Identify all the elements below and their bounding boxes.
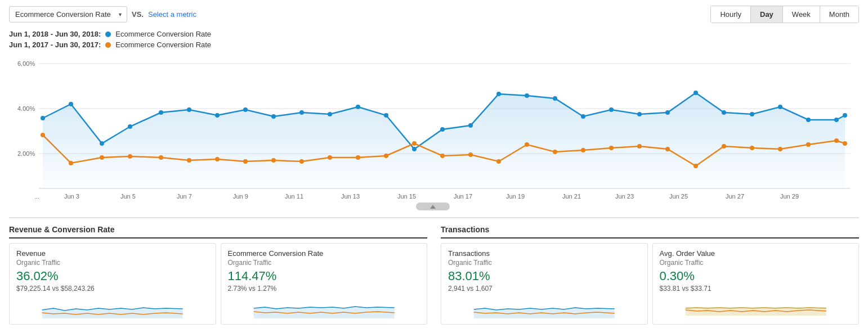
revenue-card-title: Revenue xyxy=(16,249,209,258)
svg-point-10 xyxy=(187,107,191,112)
revenue-card-value: 36.02% xyxy=(16,269,209,284)
transactions-cards-row: Transactions Organic Traffic 83.01% 2,94… xyxy=(441,243,859,325)
chart-area[interactable]: 6.00% 4.00% 2.00% xyxy=(9,53,859,213)
svg-point-45 xyxy=(328,155,332,160)
metric-dropdown-wrapper[interactable]: Ecommerce Conversion Rate xyxy=(9,6,127,22)
transactions-card-title: Transactions xyxy=(448,249,641,258)
svg-point-41 xyxy=(215,157,220,161)
svg-point-60 xyxy=(750,146,754,150)
svg-point-22 xyxy=(525,93,529,98)
month-button[interactable]: Month xyxy=(820,6,858,22)
hourly-button[interactable]: Hourly xyxy=(711,6,751,22)
svg-text:Jun 29: Jun 29 xyxy=(780,193,799,200)
svg-point-9 xyxy=(159,110,163,115)
y-label-max: 6.00% xyxy=(17,60,35,67)
svg-text:Jun 3: Jun 3 xyxy=(64,193,79,200)
svg-point-49 xyxy=(440,154,445,158)
svg-point-59 xyxy=(722,144,726,148)
day-button[interactable]: Day xyxy=(751,6,783,22)
revenue-card-comparison: $79,225.14 vs $58,243.26 xyxy=(16,285,209,292)
svg-point-21 xyxy=(496,92,501,96)
y-label-mid: 4.00% xyxy=(17,105,35,112)
svg-point-26 xyxy=(637,112,642,116)
svg-point-30 xyxy=(750,112,754,116)
svg-point-61 xyxy=(778,147,782,151)
svg-point-24 xyxy=(581,114,585,119)
select-metric-link[interactable]: Select a metric xyxy=(148,10,196,19)
bottom-section: Revenue & Conversion Rate Revenue Organi… xyxy=(9,217,859,325)
main-container: Ecommerce Conversion Rate VS. Select a m… xyxy=(0,0,868,333)
svg-point-33 xyxy=(834,118,839,122)
svg-point-17 xyxy=(384,113,388,118)
transactions-card-comparison: 2,941 vs 1,607 xyxy=(448,285,641,292)
svg-point-46 xyxy=(356,155,360,160)
svg-point-38 xyxy=(128,154,132,159)
svg-text:Jun 15: Jun 15 xyxy=(397,193,416,200)
svg-point-37 xyxy=(100,155,104,160)
svg-text:Jun 9: Jun 9 xyxy=(233,193,248,200)
svg-point-40 xyxy=(187,158,191,163)
legend-date-2017: Jun 1, 2017 - Jun 30, 2017: xyxy=(9,40,101,49)
svg-point-50 xyxy=(468,152,473,157)
svg-point-16 xyxy=(356,105,360,109)
metric-selector: Ecommerce Conversion Rate VS. Select a m… xyxy=(9,6,196,22)
revenue-group: Revenue & Conversion Rate Revenue Organi… xyxy=(9,225,427,325)
revenue-cards-row: Revenue Organic Traffic 36.02% $79,225.1… xyxy=(9,243,427,325)
svg-point-64 xyxy=(843,141,847,146)
svg-point-20 xyxy=(468,123,473,128)
avg-order-card-value: 0.30% xyxy=(660,269,852,284)
svg-point-8 xyxy=(128,124,132,129)
chart-legend: Jun 1, 2018 - Jun 30, 2018: Ecommerce Co… xyxy=(9,30,859,49)
conversion-rate-mini-chart xyxy=(228,296,420,318)
svg-point-34 xyxy=(843,113,847,118)
legend-date-2018: Jun 1, 2018 - Jun 30, 2018: xyxy=(9,30,101,38)
svg-point-63 xyxy=(834,138,839,143)
avg-order-card: Avg. Order Value Organic Traffic 0.30% $… xyxy=(652,243,860,325)
svg-point-12 xyxy=(243,107,248,112)
transactions-card: Transactions Organic Traffic 83.01% 2,94… xyxy=(441,243,648,325)
svg-point-32 xyxy=(806,118,811,122)
conversion-rate-card: Ecommerce Conversion Rate Organic Traffi… xyxy=(221,243,428,325)
transactions-mini-chart xyxy=(448,296,641,318)
conversion-rate-card-subtitle: Organic Traffic xyxy=(228,259,420,267)
svg-point-29 xyxy=(722,110,726,115)
header-row: Ecommerce Conversion Rate VS. Select a m… xyxy=(9,6,859,23)
svg-marker-4 xyxy=(43,93,845,188)
svg-point-39 xyxy=(159,155,163,160)
svg-point-55 xyxy=(609,146,614,150)
svg-point-43 xyxy=(271,158,276,163)
svg-point-15 xyxy=(328,112,332,116)
svg-text:Jun 13: Jun 13 xyxy=(341,193,360,200)
svg-text:...: ... xyxy=(34,193,39,200)
avg-order-mini-chart xyxy=(660,296,852,318)
legend-row-2017: Jun 1, 2017 - Jun 30, 2017: Ecommerce Co… xyxy=(9,40,859,49)
svg-point-58 xyxy=(693,164,698,168)
vs-label: VS. xyxy=(132,10,144,19)
svg-text:Jun 27: Jun 27 xyxy=(726,193,744,200)
svg-point-7 xyxy=(100,141,104,146)
conversion-rate-card-comparison: 2.73% vs 1.27% xyxy=(228,285,420,292)
main-chart[interactable]: 6.00% 4.00% 2.00% xyxy=(9,53,859,211)
svg-point-56 xyxy=(637,144,642,148)
svg-text:Jun 11: Jun 11 xyxy=(285,193,303,200)
y-label-low: 2.00% xyxy=(17,150,35,157)
metric-dropdown[interactable]: Ecommerce Conversion Rate xyxy=(9,6,127,22)
avg-order-card-comparison: $33.81 vs $33.71 xyxy=(660,285,852,292)
svg-point-52 xyxy=(525,142,529,147)
avg-order-card-subtitle: Organic Traffic xyxy=(660,259,852,267)
svg-point-54 xyxy=(581,148,585,152)
legend-metric-2018: Ecommerce Conversion Rate xyxy=(115,30,211,38)
week-button[interactable]: Week xyxy=(783,6,820,22)
revenue-card-subtitle: Organic Traffic xyxy=(16,259,209,267)
conversion-rate-card-value: 114.47% xyxy=(228,269,420,284)
revenue-mini-chart xyxy=(16,296,209,318)
time-buttons-group: Hourly Day Week Month xyxy=(710,6,859,23)
svg-point-35 xyxy=(41,133,45,137)
svg-text:Jun 25: Jun 25 xyxy=(669,193,688,200)
legend-metric-2017: Ecommerce Conversion Rate xyxy=(115,40,211,49)
legend-dot-orange xyxy=(105,42,111,48)
revenue-card: Revenue Organic Traffic 36.02% $79,225.1… xyxy=(9,243,216,325)
svg-point-23 xyxy=(553,96,557,101)
svg-point-53 xyxy=(553,150,557,154)
svg-point-11 xyxy=(215,113,220,118)
